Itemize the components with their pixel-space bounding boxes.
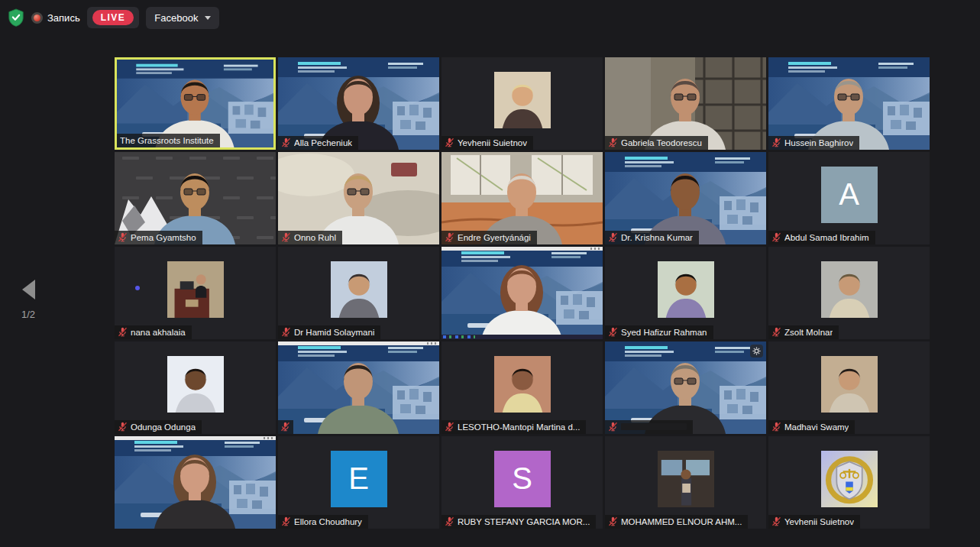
mic-muted-icon (608, 422, 618, 432)
participant-tile-onno-ruhl[interactable]: Onno Ruhl (278, 152, 439, 244)
mic-muted-icon (608, 138, 618, 147)
participant-tile-odunga-odunga[interactable]: Odunga Odunga (115, 341, 276, 434)
participant-tile-gabriela-teodorescu[interactable]: Gabriela Teodorescu (605, 57, 766, 150)
avatar-letter: A (839, 177, 859, 212)
avatar-letter: E (348, 461, 369, 496)
participant-nameplate: RUBY STEFANY GARCIA MOR... (441, 515, 596, 529)
mic-muted-icon (771, 138, 781, 147)
recording-indicator: Запись (31, 12, 80, 24)
participant-tile-pema-gyamtsho[interactable]: Pema Gyamtsho (115, 152, 276, 244)
participant-tile-zsolt-molnar[interactable]: Zsolt Molnar (768, 247, 930, 339)
participant-name: Ellora Choudhury (294, 517, 362, 526)
participant-tile-ellora-choudhury[interactable]: E Ellora Choudhury (278, 436, 439, 529)
participant-tile-lesotho-mantopi-martina-d[interactable]: LESOTHO-Mantopi Martina d... (441, 341, 603, 434)
participant-name: Abdul Samad Ibrahim (784, 233, 869, 242)
mic-muted-icon (281, 327, 291, 337)
chevron-down-icon (205, 16, 211, 20)
participant-name: RUBY STEFANY GARCIA MOR... (458, 517, 590, 526)
page-indicator: 1/2 (11, 309, 46, 320)
participant-tile-madhavi-swamy[interactable]: Madhavi Swamy (768, 341, 930, 434)
participant-nameplate: Madhavi Swamy (768, 420, 855, 434)
recording-label: Запись (47, 12, 80, 24)
mic-muted-icon (771, 232, 781, 242)
participant-tile-ruby-stefany-garcia-mor[interactable]: S RUBY STEFANY GARCIA MOR... (441, 436, 603, 529)
participant-nameplate: Abdul Samad Ibrahim (768, 231, 875, 244)
recording-dot-icon (31, 12, 43, 24)
mic-muted-icon (281, 232, 291, 242)
participant-tile-abdul-samad-ibrahim[interactable]: A Abdul Samad Ibrahim (768, 152, 930, 244)
participant-name: Hussein Baghirov (784, 138, 853, 147)
participant-name: The Grassroots Institute (120, 136, 214, 145)
participant-nameplate: Odunga Odunga (115, 420, 202, 434)
participant-nameplate: Yevhenii Suietnov (441, 136, 533, 150)
participant-nameplate: Yevhenii Suietnov (768, 515, 860, 529)
participant-tile-dr-krishna-kumar[interactable]: Dr. Krishna Kumar (605, 152, 766, 244)
emblem-logo-avatar (821, 451, 878, 507)
mic-muted-icon (608, 232, 618, 242)
participant-name: MOHAMMED ELNOUR AHM... (621, 517, 742, 526)
previous-page-arrow[interactable] (22, 280, 35, 299)
participant-nameplate: Hussein Baghirov (768, 136, 859, 150)
participant-tile-endre-gyerty-n-gi[interactable]: Endre Gyertyánági (441, 152, 603, 244)
participant-tile-yevhenii-suietnov[interactable]: Yevhenii Suietnov (768, 436, 930, 529)
participant-tile-the-grassroots-institute[interactable]: The Grassroots Institute (115, 57, 276, 150)
participant-tile-yevhenii-suietnov[interactable]: Yevhenii Suietnov (441, 57, 603, 150)
participant-nameplate: Alla Pecheniuk (278, 136, 358, 150)
photo-avatar (658, 261, 714, 318)
participant-nameplate: Dr Hamid Solaymani (278, 325, 380, 339)
participant-tile-mohammed-elnour-ahm[interactable]: MOHAMMED ELNOUR AHM... (605, 436, 766, 529)
mic-muted-icon (280, 422, 290, 432)
participant-tile-syed-hafizur-rahman[interactable]: Syed Hafizur Rahman (605, 247, 766, 339)
participant-name: Gabriela Teodorescu (621, 138, 702, 147)
meeting-topbar: Запись LIVE Facebook (8, 7, 219, 28)
mic-muted-icon (445, 516, 454, 526)
participant-name: Endre Gyertyánági (458, 233, 531, 242)
photo-avatar (167, 261, 224, 318)
participant-name: Yevhenii Suietnov (458, 138, 527, 147)
stream-target-dropdown[interactable]: Facebook (146, 7, 219, 29)
clipped-name-label (621, 423, 687, 430)
participant-name: nana akhalaia (131, 328, 186, 337)
mic-muted-icon (771, 327, 781, 337)
shared-window-titlebar (115, 436, 276, 440)
participant-tile-unnamed-21[interactable] (115, 436, 276, 529)
tile-options-gear-icon[interactable] (750, 345, 763, 358)
mic-muted-icon (771, 422, 781, 432)
participant-nameplate: Gabriela Teodorescu (605, 136, 708, 150)
mic-muted-icon (118, 327, 128, 337)
live-stream-badge[interactable]: LIVE (87, 7, 140, 28)
participant-name: LESOTHO-Mantopi Martina d... (458, 422, 580, 432)
participant-name: Pema Gyamtsho (131, 233, 196, 242)
security-shield-icon[interactable] (8, 8, 24, 27)
participant-tile-unnamed-19[interactable] (605, 341, 766, 434)
participant-name: Dr Hamid Solaymani (294, 328, 374, 337)
mic-muted-icon (445, 422, 454, 432)
letter-avatar: S (494, 451, 551, 507)
participant-tile-unnamed-17[interactable] (278, 341, 439, 434)
participant-tile-hussein-baghirov[interactable]: Hussein Baghirov (768, 57, 930, 150)
participant-nameplate (605, 420, 693, 434)
participant-nameplate: Onno Ruhl (278, 231, 342, 244)
mic-muted-icon (118, 422, 128, 432)
participant-nameplate: LESOTHO-Mantopi Martina d... (441, 420, 586, 434)
letter-avatar: E (331, 451, 387, 507)
participant-video (278, 341, 439, 434)
participant-tile-unnamed-13[interactable] (441, 247, 603, 339)
participant-name: Dr. Krishna Kumar (621, 233, 693, 242)
mic-muted-icon (445, 138, 454, 147)
mic-muted-icon (281, 138, 291, 147)
avatar-letter: S (512, 461, 532, 496)
participant-tile-dr-hamid-solaymani[interactable]: Dr Hamid Solaymani (278, 247, 439, 339)
participant-tile-alla-pecheniuk[interactable]: Alla Pecheniuk (278, 57, 439, 150)
mic-muted-icon (281, 516, 291, 526)
photo-avatar (167, 356, 224, 413)
participant-name: Madhavi Swamy (784, 422, 849, 432)
participant-nameplate: Pema Gyamtsho (115, 231, 202, 244)
mic-muted-icon (118, 232, 128, 242)
participant-video (441, 247, 603, 339)
participant-nameplate (278, 420, 293, 434)
participant-name: Zsolt Molnar (784, 328, 833, 337)
participant-name: Onno Ruhl (294, 233, 336, 242)
participant-nameplate: Dr. Krishna Kumar (605, 231, 699, 244)
participant-tile-nana-akhalaia[interactable]: nana akhalaia (115, 247, 276, 339)
